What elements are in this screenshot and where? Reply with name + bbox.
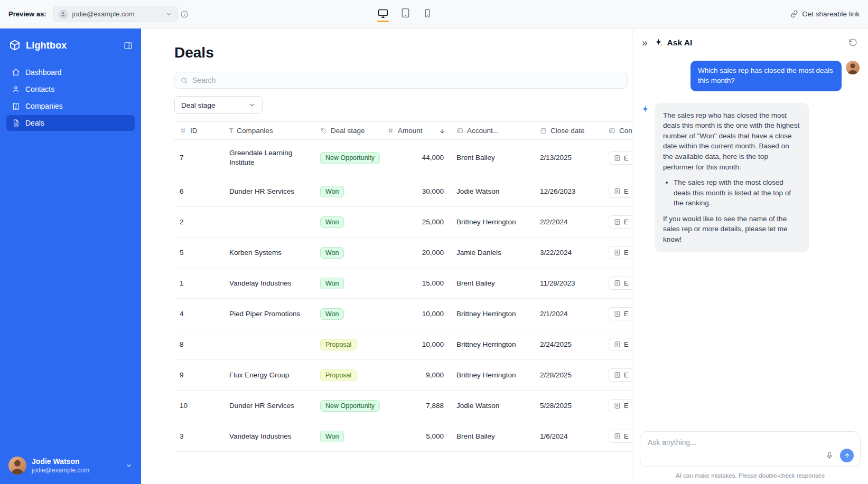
column-header-id[interactable]: ID	[174, 122, 224, 140]
ask-ai-panel: » Ask AI Which sales rep has closed the …	[632, 29, 868, 484]
cell-deal-id: 8	[174, 329, 224, 360]
send-button[interactable]	[840, 449, 854, 462]
ask-ai-input[interactable]	[648, 438, 854, 447]
sidebar-item-label: Companies	[25, 102, 63, 110]
ai-response-outro: If you would like to see the name of the…	[663, 214, 800, 245]
table-row[interactable]: 8 Proposal 10,000 Brittney Herrington 2/…	[174, 329, 632, 360]
companies-icon	[12, 102, 20, 110]
deal-amount: 7,888	[426, 402, 444, 410]
column-header-close-date[interactable]: Close date	[535, 122, 603, 140]
user-avatar	[846, 61, 860, 74]
account-name: Jodie Watson	[456, 402, 499, 410]
chevron-down-icon	[248, 101, 256, 109]
table-row[interactable]: 3 Vandelay Industries Won 5,000 Brent Ba…	[174, 421, 632, 452]
cell-company: Greendale Learning Institute	[224, 140, 315, 176]
column-header-deal-stage[interactable]: Deal stage	[315, 122, 382, 140]
deal-amount: 15,000	[422, 279, 444, 287]
mobile-preview-button[interactable]	[421, 7, 434, 22]
sidebar-item-dashboard[interactable]: Dashboard	[6, 64, 135, 80]
sidebar-item-deals[interactable]: Deals	[6, 115, 135, 131]
user-message-row: Which sales rep has closed the most deal…	[641, 61, 860, 91]
table-row[interactable]: 7 Greendale Learning Institute New Oppor…	[174, 140, 632, 176]
company-name: Greendale Learning Institute	[229, 149, 292, 166]
cell-company: Korben Systems	[224, 238, 315, 268]
desktop-preview-button[interactable]	[376, 6, 390, 22]
contact-chip[interactable]: E	[609, 277, 632, 290]
deals-icon	[12, 119, 20, 127]
cell-deal-stage: Proposal	[315, 329, 382, 360]
sidebar-item-companies[interactable]: Companies	[6, 98, 135, 114]
deal-stage-badge: New Opportunity	[320, 400, 380, 412]
mic-icon[interactable]	[824, 450, 835, 461]
contact-chip[interactable]: E	[609, 215, 632, 229]
tag-icon	[320, 127, 327, 134]
cell-close-date: 2/28/2025	[535, 360, 603, 391]
cell-amount: 10,000	[382, 299, 451, 329]
table-row[interactable]: 1 Vandelay Industries Won 15,000 Brent B…	[174, 268, 632, 299]
sidebar-item-label: Dashboard	[25, 68, 62, 77]
tablet-preview-button[interactable]	[398, 6, 412, 22]
column-header-account[interactable]: Account...	[451, 122, 535, 140]
close-date: 2/1/2024	[540, 310, 568, 318]
cell-close-date: 12/26/2023	[535, 176, 603, 207]
table-row[interactable]: 6 Dunder HR Services Won 30,000 Jodie Wa…	[174, 176, 632, 207]
account-name: Brent Bailey	[456, 279, 495, 287]
deal-stage-badge: Won	[320, 216, 344, 229]
chevron-down-icon	[125, 462, 133, 469]
account-name: Brittney Herrington	[456, 218, 516, 226]
account-name: Brent Bailey	[456, 154, 495, 162]
info-icon[interactable]	[178, 8, 191, 21]
contact-card-icon	[614, 155, 621, 162]
cell-amount: 20,000	[382, 238, 451, 268]
contact-chip[interactable]: E	[609, 246, 632, 259]
sidebar-user-menu[interactable]: Jodie Watson jodie@example.com	[0, 449, 141, 484]
column-header-companies[interactable]: T Companies	[224, 122, 315, 140]
cell-deal-stage: Won	[315, 421, 382, 452]
table-row[interactable]: 10 Dunder HR Services New Opportunity 7,…	[174, 391, 632, 421]
preview-user-select[interactable]: jodie@example.com	[53, 6, 178, 22]
close-date: 12/26/2023	[540, 187, 576, 195]
cell-deal-id: 6	[174, 176, 224, 207]
panel-toggle-icon[interactable]	[124, 41, 133, 50]
close-date: 5/28/2025	[540, 402, 572, 410]
get-shareable-link-button[interactable]: Get shareable link	[790, 10, 860, 18]
close-date: 2/24/2025	[540, 340, 572, 348]
history-icon[interactable]	[846, 36, 860, 49]
cell-account: Brittney Herrington	[451, 207, 535, 238]
deal-amount: 30,000	[422, 187, 444, 195]
account-name: Brent Bailey	[456, 432, 495, 440]
contact-chip[interactable]: E	[609, 338, 632, 351]
column-header-amount[interactable]: Amount	[382, 122, 451, 140]
company-name: Vandelay Industries	[229, 279, 292, 287]
sidebar-item-contacts[interactable]: Contacts	[6, 81, 135, 97]
table-row[interactable]: 5 Korben Systems Won 20,000 Jamie Daniel…	[174, 238, 632, 268]
sort-desc-icon[interactable]	[438, 127, 446, 135]
cell-company: Flux Energy Group	[224, 360, 315, 391]
table-header-row: ID T Companies Deal stage	[174, 122, 632, 140]
cell-amount: 7,888	[382, 391, 451, 421]
deal-stage-filter[interactable]: Deal stage	[174, 96, 263, 114]
cell-amount: 15,000	[382, 268, 451, 299]
person-avatar-icon	[59, 10, 68, 19]
deal-amount: 9,000	[426, 371, 444, 379]
cell-contact: E	[603, 360, 632, 391]
contact-chip[interactable]: E	[609, 368, 632, 382]
table-row[interactable]: 9 Flux Energy Group Proposal 9,000 Britt…	[174, 360, 632, 391]
contact-chip[interactable]: E	[609, 151, 632, 165]
cell-deal-stage: Won	[315, 207, 382, 238]
search-input[interactable]	[192, 76, 622, 84]
cell-contact: E	[603, 421, 632, 452]
contacts-icon	[12, 85, 20, 93]
table-row[interactable]: 2 Won 25,000 Brittney Herrington 2/2/202…	[174, 207, 632, 238]
chevrons-right-icon[interactable]: »	[641, 36, 649, 49]
contact-chip[interactable]: E	[609, 430, 632, 443]
contact-chip[interactable]: E	[609, 185, 632, 198]
ai-disclaimer: AI can make mistakes. Please double-chec…	[632, 470, 868, 484]
deal-stage-badge: Won	[320, 308, 344, 320]
column-header-contact[interactable]: Con...	[603, 122, 632, 140]
contact-chip[interactable]: E	[609, 399, 632, 412]
cell-close-date: 1/6/2024	[535, 421, 603, 452]
cell-contact: E	[603, 207, 632, 238]
contact-chip[interactable]: E	[609, 307, 632, 320]
table-row[interactable]: 4 Pied Piper Promotions Won 10,000 Britt…	[174, 299, 632, 329]
